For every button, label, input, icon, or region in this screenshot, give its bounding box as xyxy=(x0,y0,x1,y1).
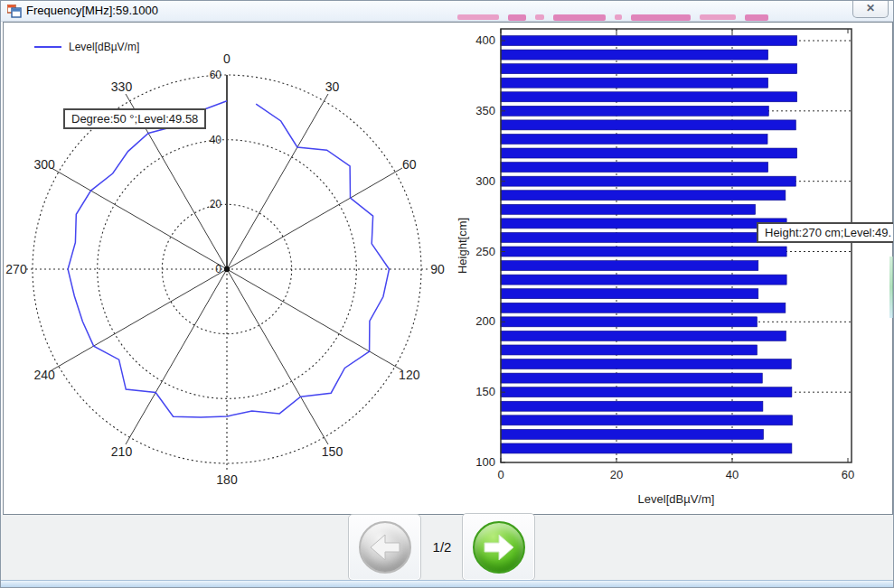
svg-text:240: 240 xyxy=(34,368,56,382)
svg-text:200: 200 xyxy=(475,314,495,328)
svg-text:0: 0 xyxy=(215,263,221,275)
polar-tooltip-text: Degree:50 °;Level:49.58 xyxy=(71,112,198,126)
close-icon: ✕ xyxy=(866,2,875,14)
svg-text:60: 60 xyxy=(842,468,854,481)
svg-text:300: 300 xyxy=(475,174,495,188)
bar-tooltip: Height:270 cm;Level:49. xyxy=(757,222,894,243)
previous-page-button[interactable] xyxy=(348,514,421,581)
app-icon xyxy=(7,5,22,18)
svg-text:30: 30 xyxy=(325,79,340,94)
window-title: Frequency[MHz]:59.1000 xyxy=(26,1,158,21)
svg-text:150: 150 xyxy=(475,385,495,398)
window-bottom-border xyxy=(1,580,893,587)
svg-text:300: 300 xyxy=(34,157,56,172)
previous-icon xyxy=(359,521,411,574)
svg-text:270: 270 xyxy=(5,262,27,276)
polar-chart[interactable]: 03060901201501802102402703003300204060 xyxy=(4,23,456,515)
svg-text:20: 20 xyxy=(210,198,222,210)
svg-text:120: 120 xyxy=(399,368,420,382)
svg-text:0: 0 xyxy=(223,51,231,66)
svg-text:40: 40 xyxy=(726,468,739,481)
svg-text:330: 330 xyxy=(111,79,133,94)
window-edge-artifact xyxy=(889,257,893,318)
polar-tooltip: Degree:50 °;Level:49.58 xyxy=(63,108,206,129)
svg-text:Height[cm]: Height[cm] xyxy=(456,218,469,274)
bar-chart[interactable]: 1001502002503003504000204060Level[dBµV/m… xyxy=(456,23,894,515)
clipped-text-artifact xyxy=(457,14,768,21)
svg-text:0: 0 xyxy=(497,468,503,481)
svg-text:60: 60 xyxy=(210,69,222,81)
close-button[interactable]: ✕ xyxy=(852,1,889,18)
svg-text:60: 60 xyxy=(402,157,417,172)
chart-panel: Level[dBµV/m] 03060901201501802102402703… xyxy=(3,22,893,515)
next-icon xyxy=(473,521,525,574)
svg-text:90: 90 xyxy=(430,262,445,276)
svg-text:180: 180 xyxy=(216,472,238,487)
svg-text:20: 20 xyxy=(610,468,623,481)
bar-tooltip-text: Height:270 cm;Level:49. xyxy=(765,226,891,239)
svg-text:Level[dBµV/m]: Level[dBµV/m] xyxy=(638,492,715,506)
page-indicator: 1/2 xyxy=(424,539,460,555)
next-page-button[interactable] xyxy=(462,513,535,581)
svg-text:100: 100 xyxy=(475,455,495,469)
app-window: Frequency[MHz]:59.1000 ✕ Level[dBµV/m] 0… xyxy=(0,0,894,588)
svg-text:250: 250 xyxy=(475,245,495,258)
svg-text:40: 40 xyxy=(210,134,222,146)
svg-text:400: 400 xyxy=(475,33,495,47)
svg-text:150: 150 xyxy=(322,444,343,459)
svg-text:210: 210 xyxy=(111,444,133,459)
svg-text:350: 350 xyxy=(475,104,495,117)
